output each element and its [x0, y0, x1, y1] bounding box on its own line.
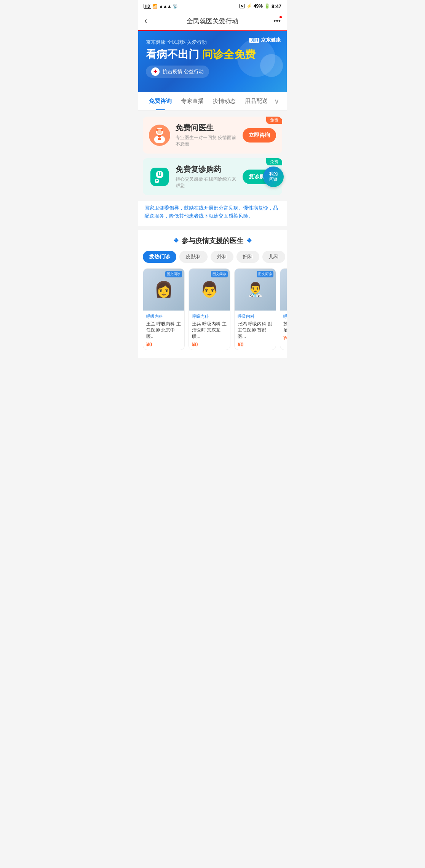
- doctor-avatar-3: 👨‍⚕️ 图文问诊: [235, 269, 276, 311]
- banner-badge: ✚ 抗击疫情 公益行动: [146, 66, 209, 78]
- hd-icon: HD: [144, 4, 151, 9]
- nfc-icon: N: [239, 4, 245, 8]
- info-text: 国家卫健委倡导，鼓励在线开展部分常见病、慢性病复诊，品配送服务，降低其他患者线下…: [138, 201, 287, 226]
- banner-badge-text: 抗击疫情 公益行动: [163, 68, 204, 75]
- doctor-card-3[interactable]: 👨‍⚕️ 图文问诊 呼吸内科 张鸿 呼吸内科 副主任医师 首都医... ¥0: [234, 268, 276, 350]
- floating-btn-line1: 我的: [269, 171, 278, 176]
- doctor-card-2[interactable]: 👨 图文问诊 呼吸内科 王兵 呼吸内科 主治医师 京东互联... ¥0: [189, 268, 230, 350]
- doctor-dept-1: 呼吸内科: [146, 314, 181, 319]
- battery-percent: 49%: [254, 3, 263, 9]
- medicine-icon: U +: [149, 166, 170, 187]
- doctor-dept-3: 呼吸内科: [238, 314, 273, 319]
- status-right: N ⚡ 49% 🔋 8:47: [239, 3, 281, 9]
- page-title: 全民就医关爱行动: [187, 17, 238, 26]
- back-button[interactable]: ‹: [144, 16, 147, 26]
- dept-tab-pediatrics[interactable]: 儿科: [262, 251, 285, 263]
- doctor-dept-2: 呼吸内科: [192, 314, 227, 319]
- medicine-tag: 免费: [266, 158, 282, 165]
- svg-text:+: +: [155, 178, 158, 183]
- tab-expert-live[interactable]: 专家直播: [176, 92, 208, 110]
- consult-button[interactable]: 立即咨询: [243, 128, 276, 143]
- notification-dot: [280, 16, 282, 18]
- section-title: ❖ 参与疫情支援的医生 ❖: [138, 236, 287, 245]
- doctor-info-3: 呼吸内科 张鸿 呼吸内科 副主任医师 首都医... ¥0: [235, 311, 276, 350]
- time: 8:47: [272, 3, 281, 9]
- consult-card: 免费 + 免费问医生 专业医生一对一回复 疫情面前不恐慌 立即咨询: [143, 117, 282, 154]
- doctor-avatar-2: 👨 图文问诊: [189, 269, 230, 311]
- tab-supplies-delivery[interactable]: 用品配送: [240, 92, 272, 110]
- doctor-info-4: 呼吸内科 苏建 呼吸内科 主治医师... ¥0: [280, 311, 287, 344]
- dept-tab-fever[interactable]: 发热门诊: [143, 251, 176, 263]
- doctor-photo-4: 🧑: [280, 269, 287, 311]
- tabs-more-button[interactable]: ∨: [273, 93, 281, 109]
- status-bar: HD 📶 ▲▲▲ 📡 N ⚡ 49% 🔋 8:47: [138, 0, 287, 12]
- doctor-avatar-4: 🧑 图文问诊: [280, 269, 287, 311]
- doctor-badge-2: 图文问诊: [211, 271, 228, 277]
- doctor-badge-3: 图文问诊: [257, 271, 273, 277]
- section-icon-right: ❖: [246, 237, 252, 244]
- medicine-card: 免费 U + 免费复诊购药 担心交叉感染 在线问诊续方来帮您 复诊购药: [143, 158, 282, 195]
- doctor-avatar-1: 👩 图文问诊: [143, 269, 184, 311]
- doctor-card-4[interactable]: 🧑 图文问诊 呼吸内科 苏建 呼吸内科 主治医师... ¥0: [280, 268, 287, 350]
- dept-tab-skin[interactable]: 皮肤科: [179, 251, 208, 263]
- doctor-name-1: 王兰 呼吸内科 主任医师 北京中医...: [146, 321, 181, 340]
- dept-tab-surgery[interactable]: 外科: [211, 251, 233, 263]
- wifi-icon: 📡: [173, 4, 178, 9]
- doctor-price-3: ¥0: [238, 341, 273, 348]
- doctor-name-3: 张鸿 呼吸内科 副主任医师 首都医...: [238, 321, 273, 340]
- tab-epidemic-news[interactable]: 疫情动态: [208, 92, 240, 110]
- more-icon: •••: [273, 17, 281, 25]
- section-title-text: 参与疫情支援的医生: [182, 236, 243, 245]
- my-consultation-button[interactable]: 我的 问诊: [263, 167, 284, 187]
- consult-tag: 免费: [266, 117, 282, 124]
- banner-decoration-circle2: [260, 54, 283, 77]
- signal2-icon: ▲▲▲: [159, 4, 171, 8]
- tabs-container: 免费咨询 专家直播 疫情动态 用品配送 ∨: [138, 92, 287, 111]
- brand-name: 京东健康: [261, 37, 281, 43]
- doctor-price-1: ¥0: [146, 341, 181, 348]
- svg-text:U: U: [158, 171, 161, 177]
- nav-bar: ‹ 全民就医关爱行动 •••: [138, 12, 287, 30]
- doctor-info-1: 呼吸内科 王兰 呼吸内科 主任医师 北京中医... ¥0: [143, 311, 184, 350]
- consult-desc: 专业医生一对一回复 疫情面前不恐慌: [176, 135, 237, 147]
- doctor-cards-list: 👩 图文问诊 呼吸内科 王兰 呼吸内科 主任医师 北京中医... ¥0 👨 图文…: [138, 268, 287, 358]
- signal-icon: 📶: [152, 4, 158, 9]
- floating-btn-line2: 问诊: [269, 177, 278, 182]
- banner-title-part1: 看病不出门: [146, 48, 199, 60]
- dept-tab-gynecology[interactable]: 妇科: [236, 251, 259, 263]
- brand-logo: JDH 京东健康: [249, 37, 281, 43]
- consult-info: 免费问医生 专业医生一对一回复 疫情面前不恐慌: [176, 123, 237, 147]
- medicine-desc: 担心交叉感染 在线问诊续方来帮您: [176, 176, 237, 189]
- doctor-card-1[interactable]: 👩 图文问诊 呼吸内科 王兰 呼吸内科 主任医师 北京中医... ¥0: [143, 268, 185, 350]
- more-button[interactable]: •••: [273, 17, 281, 25]
- jdh-badge: JDH: [249, 38, 259, 43]
- doctor-info-2: 呼吸内科 王兵 呼吸内科 主治医师 京东互联... ¥0: [189, 311, 230, 350]
- medicine-card-wrapper: 免费 U + 免费复诊购药 担心交叉感染 在线问诊续方来帮您 复诊购药 我的 问…: [143, 158, 282, 195]
- banner: JDH 京东健康 京东健康 全民就医关爱行动 看病不出门 问诊全免费 ✚ 抗击疫…: [138, 31, 287, 92]
- svg-text:+: +: [158, 135, 161, 139]
- doctor-dept-4: 呼吸内科: [283, 314, 287, 319]
- cross-icon: ✚: [151, 67, 160, 76]
- section-icon-left: ❖: [173, 237, 179, 244]
- doctor-name-2: 王兵 呼吸内科 主治医师 京东互联...: [192, 321, 227, 340]
- battery-icon: 🔋: [264, 3, 270, 9]
- medicine-info: 免费复诊购药 担心交叉感染 在线问诊续方来帮您: [176, 164, 237, 189]
- consult-title: 免费问医生: [176, 123, 237, 133]
- status-left: HD 📶 ▲▲▲ 📡: [144, 4, 178, 9]
- doctor-price-4: ¥0: [283, 335, 287, 341]
- doctor-icon: +: [149, 125, 170, 146]
- doctor-price-2: ¥0: [192, 341, 227, 348]
- doctors-section: ❖ 参与疫情支援的医生 ❖ 发热门诊 皮肤科 外科 妇科 儿科 👩 图文问诊 呼…: [138, 230, 287, 358]
- doctor-name-4: 苏建 呼吸内科 主治医师...: [283, 321, 287, 334]
- bluetooth-icon: ⚡: [246, 3, 252, 9]
- tab-free-consult[interactable]: 免费咨询: [144, 92, 176, 110]
- medicine-title: 免费复诊购药: [176, 164, 237, 175]
- doctor-badge-1: 图文问诊: [165, 271, 182, 277]
- cards-section: 免费 + 免费问医生 专业医生一对一回复 疫情面前不恐慌 立即咨询 免费: [138, 111, 287, 201]
- dept-tabs: 发热门诊 皮肤科 外科 妇科 儿科: [138, 251, 287, 268]
